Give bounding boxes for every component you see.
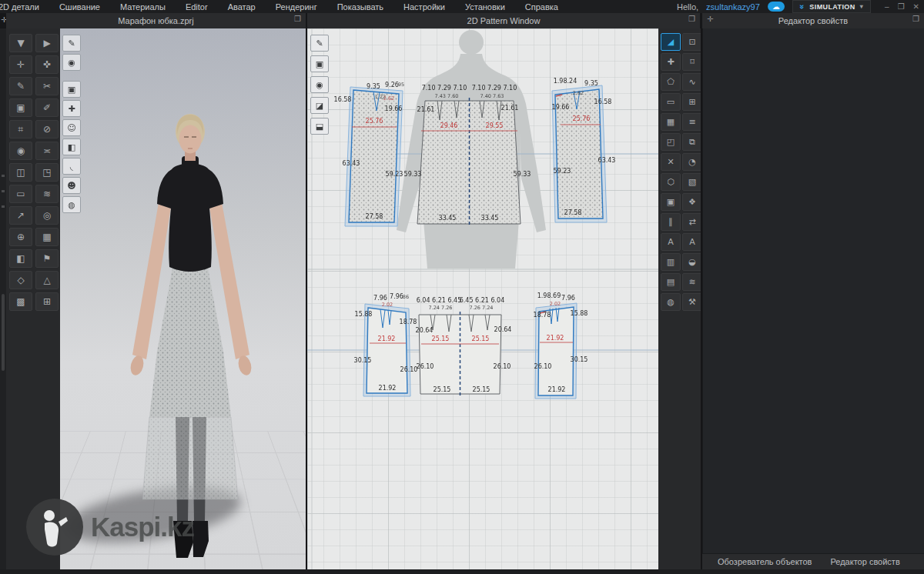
- pattern-piece-lining-back-left[interactable]: [363, 304, 410, 396]
- tool-triangle-tool[interactable]: △: [35, 271, 59, 289]
- tool-flag-tool[interactable]: ⚑: [35, 249, 59, 268]
- tool-edit-sewing[interactable]: ✐: [35, 98, 59, 117]
- username-link[interactable]: zsultankazy97: [706, 2, 760, 12]
- viewport3d-titlebar[interactable]: Марафон юбка.zprj ❐: [6, 13, 306, 28]
- tool-pen-3d[interactable]: ✎: [9, 77, 32, 95]
- detach-viewport3d-icon[interactable]: ❐: [294, 15, 301, 23]
- viewport-3d[interactable]: ✎◉▣✚☺◧◟☻◍: [60, 28, 306, 569]
- pattern-piece-lining-back-right[interactable]: [535, 303, 577, 399]
- menu-item-10[interactable]: Справка: [515, 2, 568, 12]
- tool-uv-map[interactable]: ▦: [35, 228, 59, 246]
- tool-fabric-tool[interactable]: ▤: [661, 273, 681, 291]
- tool-flip-tool[interactable]: ⇄: [682, 213, 702, 231]
- pattern-piece-lining-front[interactable]: [419, 312, 501, 396]
- tool-add-pattern[interactable]: ⊞: [682, 93, 702, 111]
- tool-rectangle-pattern[interactable]: ▭: [661, 93, 681, 111]
- tool-shoe-view[interactable]: ◟: [62, 158, 81, 175]
- tool-fit-garment[interactable]: ▣: [9, 98, 32, 117]
- tool-hexagon-dart[interactable]: ⬡: [661, 173, 681, 191]
- add-panel-icon[interactable]: ✛: [707, 15, 713, 23]
- tool-curve-tool[interactable]: ∿: [682, 73, 702, 91]
- menu-item-9[interactable]: Установки: [455, 2, 515, 12]
- tool-show-fabric-2d[interactable]: ◪: [310, 97, 329, 114]
- tool-edit-texture-2d[interactable]: ✎: [310, 35, 329, 52]
- menu-item-8[interactable]: Настройки: [393, 2, 455, 12]
- tool-select-mesh[interactable]: ◎: [35, 206, 59, 225]
- menu-item-4[interactable]: Editor: [176, 2, 218, 12]
- tool-gizmo-tool[interactable]: ◇: [9, 271, 32, 289]
- tool-circle-tool[interactable]: ◔: [682, 153, 702, 171]
- tool-lock-pattern[interactable]: ⬓: [310, 118, 329, 135]
- tool-edit-pattern[interactable]: ✚: [661, 53, 681, 71]
- tool-arrange-point[interactable]: ↗: [9, 206, 32, 225]
- menu-item-7[interactable]: Показывать: [327, 2, 393, 12]
- tool-show-ghost[interactable]: ◉: [62, 54, 81, 71]
- tool-remove-sewing[interactable]: ⊘: [35, 120, 59, 138]
- tool-add-point[interactable]: ⊕: [9, 228, 32, 246]
- cloud-sync-icon[interactable]: ☁: [768, 2, 785, 12]
- tool-polygon-pattern[interactable]: ⬠: [661, 73, 681, 91]
- simulation-button[interactable]: » SIMULATION ▾: [792, 0, 871, 13]
- tool-pin-tool[interactable]: ◉: [9, 142, 32, 160]
- tool-show-garment-3d[interactable]: ▣: [62, 81, 81, 98]
- minimize-button[interactable]: –: [885, 2, 889, 11]
- tool-trace-tool[interactable]: ⧉: [682, 133, 702, 151]
- tool-fold-arrange[interactable]: ◫: [9, 163, 32, 182]
- tool-select-move[interactable]: ✛: [9, 55, 32, 74]
- tool-sewing-machine[interactable]: ⌗: [9, 120, 32, 138]
- menu-item-5[interactable]: Аватар: [218, 2, 266, 12]
- tool-cut-sew[interactable]: ▣: [661, 193, 681, 211]
- tool-dart-tool[interactable]: ◰: [661, 133, 681, 151]
- tool-texture-edit[interactable]: ◧: [9, 249, 32, 268]
- tool-scissors-3d[interactable]: ✂: [35, 77, 59, 95]
- tool-measure-tool[interactable]: ≍: [35, 142, 59, 160]
- left-scrollbar-thumb[interactable]: [2, 294, 5, 371]
- detach-pattern2d-icon[interactable]: ❐: [688, 15, 695, 23]
- menu-item-3[interactable]: Материалы: [110, 2, 176, 12]
- tab-object-browser[interactable]: Обозреватель объектов: [710, 557, 819, 566]
- pattern-piece-back-left[interactable]: [345, 87, 403, 226]
- tool-grainline[interactable]: ∥: [661, 213, 681, 231]
- tool-fabric-book[interactable]: ◧: [62, 138, 81, 155]
- tool-texture-tool[interactable]: ❖: [682, 193, 702, 211]
- menu-item-2[interactable]: Сшивание: [49, 2, 110, 12]
- tool-snapshot[interactable]: ▭: [9, 185, 32, 203]
- tool-show-avatar[interactable]: ☺: [62, 119, 81, 136]
- tool-animation-play[interactable]: ▶: [35, 34, 59, 52]
- tool-steam-tool[interactable]: ≋: [35, 185, 59, 203]
- menu-item-6[interactable]: Рендеринг: [266, 2, 327, 12]
- tool-info-overlay[interactable]: ◉: [310, 76, 329, 93]
- detach-properties-icon[interactable]: ❐: [912, 15, 919, 23]
- menu-item-1[interactable]: 2D детали: [0, 2, 49, 12]
- tool-internal-line[interactable]: ≡: [682, 113, 702, 131]
- tool-transform-pattern[interactable]: ◢: [661, 33, 681, 51]
- tool-simulate[interactable]: ▼: [9, 34, 32, 52]
- restore-button[interactable]: ❐: [898, 2, 905, 11]
- tool-sewing-tool[interactable]: ✜: [35, 55, 59, 74]
- pattern2d-titlebar[interactable]: 2D Pattern Window ❐: [307, 13, 700, 28]
- pattern-piece-front-skirt[interactable]: [417, 98, 521, 226]
- tool-delete-tool[interactable]: ✕: [661, 153, 681, 171]
- tab-property-editor[interactable]: Редактор свойств: [822, 557, 907, 566]
- tool-elastic-tool[interactable]: ≋: [682, 273, 702, 291]
- tool-grid-tool[interactable]: ⊞: [35, 292, 59, 311]
- tool-shrinkage-tool[interactable]: ◍: [661, 293, 681, 311]
- tool-avatar-skin[interactable]: ☻: [62, 177, 81, 194]
- tool-render-style[interactable]: ✎: [62, 35, 81, 52]
- pattern-2d-canvas[interactable]: 9.359.269516.581.222.6219.6625.7663.4359…: [307, 28, 658, 569]
- tool-text-tool[interactable]: A: [661, 233, 681, 251]
- tool-internal-polygon[interactable]: ▦: [661, 113, 681, 131]
- tool-circle-skirt[interactable]: ◒: [682, 253, 702, 271]
- close-button[interactable]: ✕: [913, 2, 919, 11]
- tool-paint-brush[interactable]: ✚: [62, 100, 81, 117]
- tool-move-pattern[interactable]: ⊡: [682, 33, 702, 51]
- pattern-piece-back-right[interactable]: [552, 85, 607, 222]
- tool-pleats-tool[interactable]: ▥: [661, 253, 681, 271]
- tool-applique-text[interactable]: A: [682, 233, 702, 251]
- tool-show-environment[interactable]: ◍: [62, 196, 81, 213]
- tool-grading-tool[interactable]: ◳: [35, 163, 59, 182]
- tool-seam-allowance[interactable]: ▧: [682, 173, 702, 191]
- tool-tack-tool[interactable]: ⚒: [682, 293, 702, 311]
- tool-show-pattern-2d[interactable]: ▣: [310, 55, 329, 72]
- tool-pattern-mesh[interactable]: ▩: [9, 292, 32, 311]
